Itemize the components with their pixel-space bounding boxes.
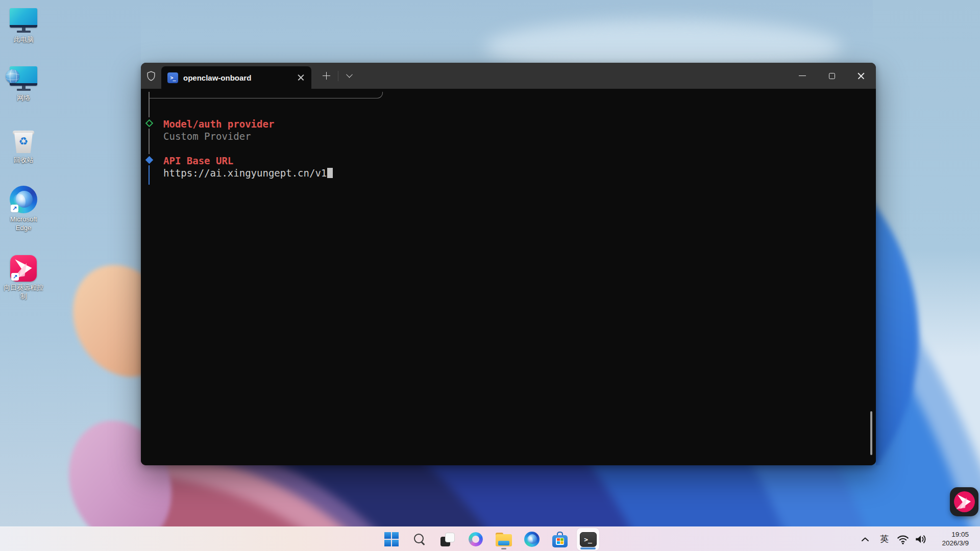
sunflower-floating-button[interactable]	[950, 487, 978, 516]
minimize-button[interactable]	[788, 63, 817, 89]
copilot-button[interactable]	[464, 528, 487, 550]
tui-gutter-line-active	[149, 165, 150, 185]
taskbar: >_ 英 19:05 2026/3/9	[0, 527, 980, 551]
edge-icon: ↗	[10, 183, 37, 213]
this-pc-icon	[10, 4, 37, 34]
clock[interactable]: 19:05 2026/3/9	[942, 530, 969, 547]
edge-icon	[524, 532, 540, 547]
search-icon	[413, 533, 426, 546]
desktop-icon-label: 回收站	[2, 156, 45, 165]
terminal-window: >_ openclaw-onboard Model/auth provider …	[141, 63, 876, 465]
edge-button[interactable]	[521, 528, 543, 550]
tab-dropdown-button[interactable]	[343, 70, 355, 82]
desktop-icon-edge[interactable]: ↗ Microsoft Edge	[0, 183, 47, 232]
tray-overflow-chevron[interactable]	[859, 533, 871, 545]
api-url-input-line[interactable]: https://ai.xingyungept.cn/v1	[163, 167, 333, 179]
wallpaper-blue-petal	[876, 63, 980, 465]
tui-gutter-line	[149, 92, 150, 117]
taskbar-center-icons: >_	[380, 527, 599, 551]
store-button[interactable]	[549, 528, 571, 550]
minimize-icon	[799, 76, 806, 77]
active-app-indicator	[580, 547, 596, 549]
prompt-value: Custom Provider	[163, 130, 251, 142]
tab-close-button[interactable]	[296, 72, 306, 83]
terminal-content[interactable]: Model/auth provider Custom Provider API …	[141, 89, 876, 465]
new-tab-button[interactable]	[321, 70, 333, 82]
close-icon	[298, 74, 304, 81]
shortcut-arrow-icon: ↗	[11, 205, 18, 212]
text-cursor	[327, 168, 333, 178]
prompt-title: Model/auth provider	[163, 118, 274, 130]
terminal-icon: >_	[580, 532, 597, 547]
desktop: 此电脑 网络 ♻ 回收站 ↗ Microsoft Edge ↗ 向日葵远程控制	[0, 0, 980, 551]
admin-shield-icon	[145, 70, 157, 82]
recycle-bin-icon: ♻	[13, 124, 34, 154]
sunflower-icon: ↗	[10, 252, 37, 282]
desktop-icon-label: 向日葵远程控制	[2, 284, 45, 300]
desktop-icon-recycle-bin[interactable]: ♻ 回收站	[0, 124, 47, 165]
powershell-icon: >_	[167, 72, 178, 83]
terminal-taskbar-button[interactable]: >_	[577, 528, 599, 550]
running-indicator	[501, 548, 506, 550]
file-explorer-button[interactable]	[493, 528, 515, 550]
prompt-title: API Base URL	[163, 155, 233, 167]
desktop-icon-sunflower-remote[interactable]: ↗ 向日葵远程控制	[0, 252, 47, 300]
desktop-icon-label: 网络	[2, 94, 45, 103]
maximize-button[interactable]	[817, 63, 847, 89]
tui-box-bottom-border	[149, 92, 383, 98]
folder-icon	[496, 533, 512, 546]
desktop-icon-this-pc[interactable]: 此电脑	[0, 4, 47, 44]
shortcut-arrow-icon: ↗	[11, 273, 19, 281]
chevron-down-icon	[346, 71, 353, 78]
tray-date: 2026/3/9	[942, 539, 969, 547]
desktop-icon-network[interactable]: 网络	[0, 62, 47, 103]
windows-logo-icon	[384, 532, 399, 546]
terminal-scrollbar-thumb[interactable]	[870, 411, 872, 455]
task-view-icon	[440, 533, 455, 546]
tui-gutter-line	[149, 129, 150, 154]
sunflower-logo-icon	[954, 491, 975, 512]
tab-title: openclaw-onboard	[183, 73, 291, 82]
green-diamond-marker-icon	[145, 119, 153, 127]
network-icon	[10, 62, 37, 92]
close-window-button[interactable]	[846, 63, 876, 89]
desktop-icon-label: 此电脑	[2, 36, 45, 44]
wifi-icon[interactable]	[896, 533, 910, 546]
task-view-button[interactable]	[436, 528, 459, 550]
terminal-titlebar[interactable]: >_ openclaw-onboard	[141, 63, 876, 89]
search-button[interactable]	[408, 528, 431, 550]
api-url-value: https://ai.xingyungept.cn/v1	[163, 167, 327, 179]
ime-indicator[interactable]: 英	[878, 533, 891, 545]
blue-diamond-marker-icon	[145, 156, 153, 164]
desktop-icon-label: Microsoft Edge	[2, 215, 45, 232]
plus-icon	[323, 72, 330, 80]
titlebar-divider	[338, 71, 338, 81]
maximize-icon	[829, 73, 835, 79]
copilot-ring-icon	[469, 532, 483, 546]
close-icon	[857, 72, 865, 80]
store-icon	[552, 532, 568, 547]
tray-time: 19:05	[942, 530, 969, 539]
start-button[interactable]	[380, 528, 403, 550]
terminal-tab[interactable]: >_ openclaw-onboard	[161, 66, 311, 89]
volume-icon[interactable]	[914, 533, 927, 546]
